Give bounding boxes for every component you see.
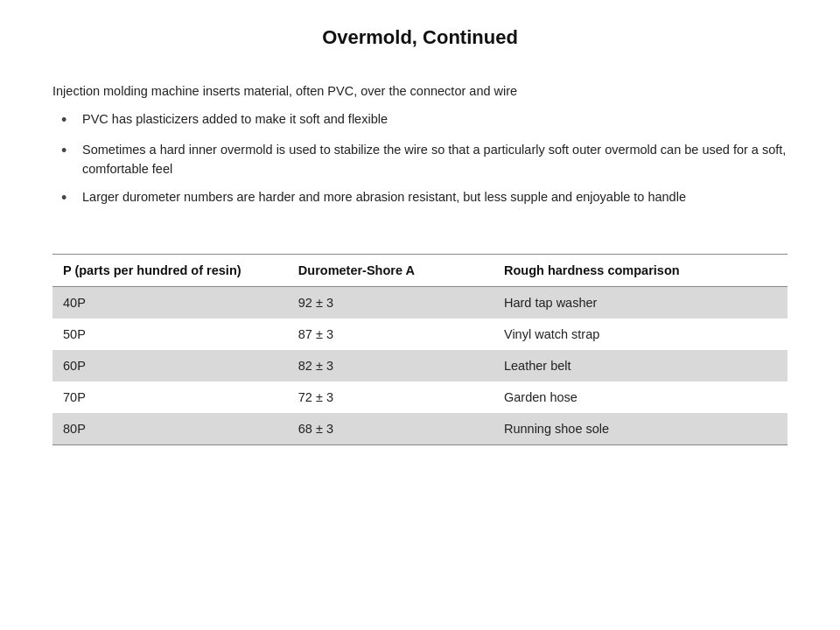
bullet-text-2: Sometimes a hard inner overmold is used … — [82, 141, 788, 179]
table-cell-3-1: 72 ± 3 — [288, 382, 494, 413]
table-cell-1-1: 87 ± 3 — [288, 318, 494, 350]
bullet-dot-1: • — [61, 108, 77, 132]
table-row: 50P87 ± 3Vinyl watch strap — [52, 318, 788, 350]
page-title: Overmold, Continued — [52, 26, 788, 49]
table-row: 80P68 ± 3Running shoe sole — [52, 413, 788, 445]
table-cell-4-1: 68 ± 3 — [288, 413, 494, 445]
table-body: 40P92 ± 3Hard tap washer50P87 ± 3Vinyl w… — [52, 286, 788, 444]
table-cell-2-0: 60P — [52, 350, 288, 382]
table-cell-3-0: 70P — [52, 382, 288, 413]
table-cell-4-0: 80P — [52, 413, 288, 445]
bullet-item-2: • Sometimes a hard inner overmold is use… — [61, 141, 788, 179]
col-header-r: Rough hardness comparison — [494, 254, 788, 286]
table-cell-3-2: Garden hose — [494, 382, 788, 413]
table-row: 40P92 ± 3Hard tap washer — [52, 286, 788, 318]
bullet-text-3: Larger durometer numbers are harder and … — [82, 188, 686, 207]
table-cell-0-1: 92 ± 3 — [288, 286, 494, 318]
table-cell-2-1: 82 ± 3 — [288, 350, 494, 382]
bullet-item-3: • Larger durometer numbers are harder an… — [61, 188, 788, 210]
bullet-dot-2: • — [61, 139, 77, 163]
table-cell-0-0: 40P — [52, 286, 288, 318]
table-cell-2-2: Leather belt — [494, 350, 788, 382]
table-row: 60P82 ± 3Leather belt — [52, 350, 788, 382]
table-cell-1-0: 50P — [52, 318, 288, 350]
table-section: P (parts per hundred of resin) Durometer… — [52, 254, 788, 445]
data-table: P (parts per hundred of resin) Durometer… — [52, 254, 788, 445]
table-row: 70P72 ± 3Garden hose — [52, 382, 788, 413]
page-container: Overmold, Continued Injection molding ma… — [0, 0, 840, 630]
intro-paragraph: Injection molding machine inserts materi… — [52, 84, 788, 98]
bullet-dot-3: • — [61, 186, 77, 210]
table-cell-0-2: Hard tap washer — [494, 286, 788, 318]
table-cell-4-2: Running shoe sole — [494, 413, 788, 445]
col-header-d: Durometer-Shore A — [288, 254, 494, 286]
bullet-item-1: • PVC has plasticizers added to make it … — [61, 110, 788, 132]
bullet-text-1: PVC has plasticizers added to make it so… — [82, 110, 388, 130]
table-cell-1-2: Vinyl watch strap — [494, 318, 788, 350]
table-header-row: P (parts per hundred of resin) Durometer… — [52, 254, 788, 286]
bullet-list: • PVC has plasticizers added to make it … — [61, 110, 788, 219]
col-header-p: P (parts per hundred of resin) — [52, 254, 288, 286]
